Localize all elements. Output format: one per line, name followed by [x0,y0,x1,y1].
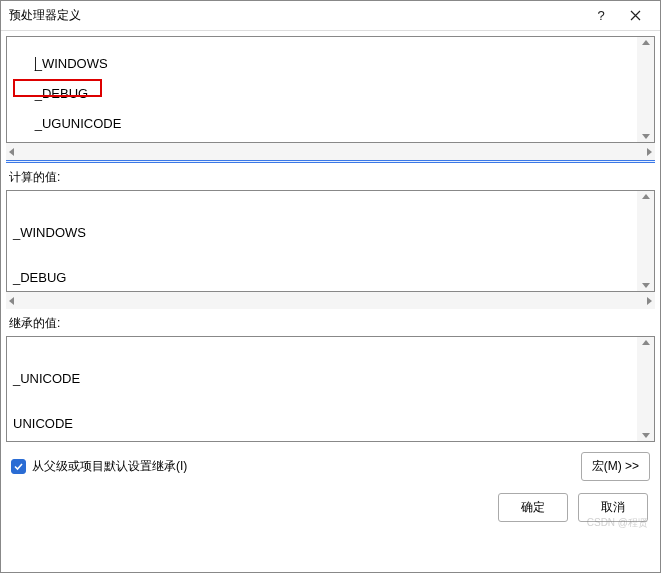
close-button[interactable] [618,2,652,30]
vertical-scrollbar[interactable] [637,37,654,142]
inherited-values-label: 继承的值: [1,309,660,336]
scroll-right-icon [647,148,652,156]
inherited-values-content: _UNICODE UNICODE _AFXDLL [7,337,637,441]
list-item: UNICODE [13,416,631,431]
scroll-down-icon [642,283,650,288]
list-item: _UNICODE [13,371,631,386]
ok-button[interactable]: 确定 [498,493,568,522]
macros-button[interactable]: 宏(M) >> [581,452,650,481]
dialog-content: _WINDOWS _DEBUG _UGUNICODE 计算的值: _WINDOW… [1,31,660,572]
definitions-editor[interactable]: _WINDOWS _DEBUG _UGUNICODE [7,37,637,142]
scroll-up-icon [642,340,650,345]
titlebar: 预处理器定义 ? [1,1,660,31]
editor-line: _UGUNICODE [35,116,122,131]
horizontal-scrollbar[interactable] [6,143,655,160]
scroll-up-icon [642,194,650,199]
vertical-scrollbar[interactable] [637,337,654,441]
scroll-down-icon [642,134,650,139]
inherit-checkbox-label: 从父级或项目默认设置继承(I) [32,458,187,475]
inherit-checkbox[interactable] [11,459,26,474]
scroll-up-icon [642,40,650,45]
inherited-values-box: _UNICODE UNICODE _AFXDLL [6,336,655,442]
definitions-editor-container: _WINDOWS _DEBUG _UGUNICODE [6,36,655,143]
scroll-left-icon [9,148,14,156]
list-item: _WINDOWS [13,225,631,240]
list-item: _DEBUG [13,270,631,285]
options-row: 从父级或项目默认设置继承(I) 宏(M) >> [1,442,660,487]
cancel-button[interactable]: 取消 [578,493,648,522]
dialog-title: 预处理器定义 [9,7,584,24]
dialog-buttons-row: 确定 取消 CSDN @程贤 [1,487,660,532]
horizontal-scrollbar[interactable] [6,292,655,309]
computed-values-box: _WINDOWS _DEBUG _UGUNICODE %(Preprocesso… [6,190,655,292]
vertical-scrollbar[interactable] [637,191,654,291]
scroll-right-icon [647,297,652,305]
computed-values-label: 计算的值: [1,163,660,190]
help-button[interactable]: ? [584,2,618,30]
scroll-left-icon [9,297,14,305]
scroll-down-icon [642,433,650,438]
editor-line: _DEBUG [35,86,88,101]
computed-values-content: _WINDOWS _DEBUG _UGUNICODE %(Preprocesso… [7,191,637,291]
editor-line: _WINDOWS [35,56,108,71]
